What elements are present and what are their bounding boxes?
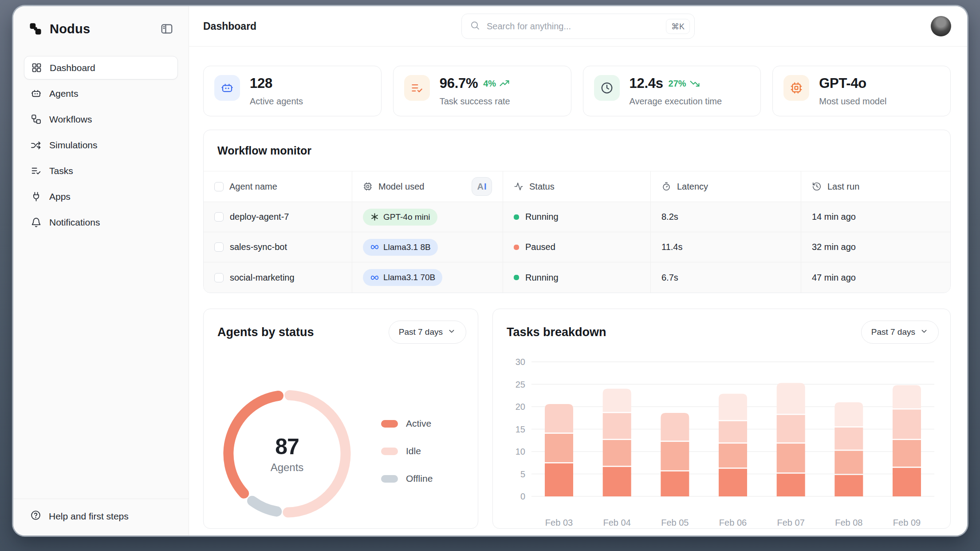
stat-label: Average execution time (630, 96, 722, 107)
table-body: deploy-agent-7 GPT-4o mini Running 8.2s … (204, 202, 950, 293)
status-dot (514, 245, 519, 250)
stat-cards: 128 Active agents 96.7% 4% Task success … (203, 66, 951, 116)
bar-segment (834, 451, 863, 474)
table-row-social-marketing[interactable]: social-marketing Llama3.1 70B Running 6.… (204, 262, 950, 293)
sidebar-item-tasks[interactable]: Tasks (24, 159, 178, 182)
status-dot (514, 275, 519, 280)
stat-card-most-used-model: GPT-4o Most used model (772, 66, 951, 116)
y-axis-tick: 25 (516, 380, 525, 389)
trending-down-icon (689, 78, 700, 89)
model-pill: Llama3.1 70B (363, 269, 442, 286)
bar-segment (603, 389, 631, 412)
cpu-icon (363, 182, 373, 191)
stat-trend: 4% (483, 78, 510, 89)
latency-value: 8.2s (661, 212, 678, 222)
search-input[interactable] (486, 21, 666, 32)
stat-card-average-execution-time: 12.4s 27% Average execution time (583, 66, 761, 116)
legend-swatch (381, 420, 398, 428)
column-label: Agent name (229, 182, 277, 192)
y-axis-tick: 0 (520, 492, 525, 501)
help-circle-icon (30, 510, 41, 523)
sidebar-collapse-button[interactable] (160, 22, 173, 36)
cell-status: Paused (503, 232, 651, 262)
plug-icon (31, 191, 42, 202)
column-header-last-run: Last run (801, 171, 950, 202)
stat-label: Active agents (250, 96, 303, 107)
list-check-icon (31, 165, 42, 176)
cell-model: Llama3.1 70B (352, 262, 503, 293)
x-axis-label: Feb 05 (661, 518, 689, 527)
workflow-monitor-title: Workflow monitor (217, 144, 311, 157)
bar-segment (661, 442, 689, 470)
dashboard-content: 128 Active agents 96.7% 4% Task success … (189, 47, 967, 535)
sidebar-item-simulations[interactable]: Simulations (24, 133, 178, 157)
ai-filter-badge[interactable]: AI (472, 177, 492, 196)
column-header-model-used: Model usedAI (352, 171, 503, 202)
workflow-icon (31, 114, 42, 125)
sidebar-item-dashboard[interactable]: Dashboard (24, 56, 178, 79)
column-header-latency: Latency (651, 171, 801, 202)
table-row-deploy-agent-7[interactable]: deploy-agent-7 GPT-4o mini Running 8.2s … (204, 202, 950, 232)
legend-label: Idle (406, 446, 421, 456)
sidebar-item-apps[interactable]: Apps (24, 185, 178, 208)
chevron-down-icon (920, 327, 929, 336)
history-icon (812, 182, 822, 191)
desktop-background: Nodus DashboardAgentsWorkflowsSimulation… (0, 0, 980, 551)
row-checkbox[interactable] (214, 242, 224, 252)
tasks-breakdown-card: Tasks breakdown Past 7 days 051015202530… (492, 309, 951, 529)
stat-icon-box (404, 75, 430, 101)
bar-segment (661, 413, 689, 440)
sidebar-item-workflows[interactable]: Workflows (24, 107, 178, 131)
meta-logo-icon (370, 242, 379, 252)
table-row-sales-sync-bot[interactable]: sales-sync-bot Llama3.1 8B Paused 11.4s … (204, 232, 950, 262)
legend-swatch (381, 448, 398, 455)
row-checkbox[interactable] (214, 273, 224, 282)
timer-icon (661, 182, 671, 191)
workflow-monitor-card: Workflow monitor Agent nameModel usedAIS… (203, 130, 951, 293)
table-header-row: Agent nameModel usedAIStatusLatencyLast … (204, 171, 950, 202)
row-checkbox[interactable] (214, 212, 224, 222)
cell-last-run: 32 min ago (801, 232, 950, 262)
select-all-checkbox[interactable] (214, 182, 224, 191)
trending-up-icon (499, 78, 510, 89)
tasks-range-label: Past 7 days (871, 327, 915, 337)
cell-model: Llama3.1 8B (352, 232, 503, 262)
stat-body: 96.7% 4% Task success rate (440, 75, 510, 107)
cell-status: Running (503, 262, 651, 293)
bar-segment (545, 434, 573, 462)
cell-agent-name: social-marketing (204, 262, 352, 293)
search-box[interactable]: ⌘K (461, 14, 695, 39)
latency-value: 11.4s (661, 242, 682, 252)
column-label: Latency (677, 182, 708, 192)
bar-segment (834, 428, 863, 450)
status-label: Running (525, 212, 559, 222)
donut-legend: Active Idle Offline (381, 418, 433, 484)
x-axis-label: Feb 04 (603, 518, 631, 527)
workflow-monitor-header: Workflow monitor (204, 130, 950, 171)
panel-toggle-icon (160, 22, 173, 36)
tasks-range-button[interactable]: Past 7 days (861, 321, 939, 344)
user-avatar[interactable] (931, 16, 951, 36)
x-axis-label: Feb 09 (893, 518, 921, 527)
status-label: Running (525, 273, 559, 283)
shuffle-icon (31, 139, 42, 151)
cell-agent-name: sales-sync-bot (204, 232, 352, 262)
sidebar-item-help[interactable]: Help and first steps (30, 510, 172, 523)
app-window: Nodus DashboardAgentsWorkflowsSimulation… (13, 6, 967, 535)
stat-icon-box (783, 75, 809, 101)
cell-latency: 11.4s (651, 232, 801, 262)
openai-logo-icon (370, 212, 379, 222)
cell-status: Running (503, 202, 651, 232)
sidebar-item-label: Dashboard (50, 63, 95, 73)
openai-logo-icon (370, 212, 379, 222)
sidebar-item-notifications[interactable]: Notifications (24, 210, 178, 234)
y-axis-tick: 15 (516, 424, 525, 434)
help-label: Help and first steps (49, 511, 129, 522)
stat-value: GPT-4o (819, 75, 866, 91)
bar-segment (893, 440, 921, 467)
sidebar-item-agents[interactable]: Agents (24, 82, 178, 105)
cell-latency: 6.7s (651, 262, 801, 293)
stat-label: Most used model (819, 96, 886, 107)
latency-value: 6.7s (661, 273, 678, 283)
meta-logo-icon (370, 273, 379, 282)
